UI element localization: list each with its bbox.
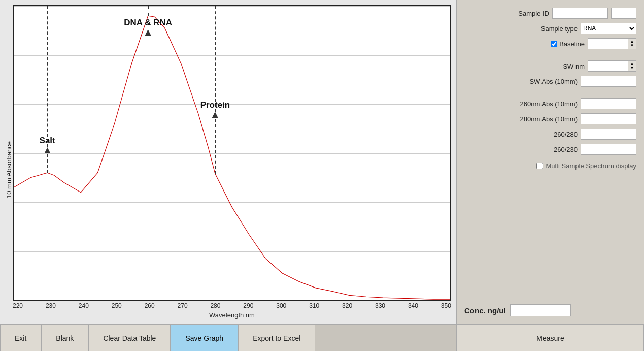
x-ticks: 2202302402502602702802903003103203303403…: [13, 301, 451, 309]
blank-button[interactable]: Blank: [41, 325, 88, 351]
ratio-260-280-label: 260/280: [554, 131, 578, 138]
right-panel: Sample ID Sample type RNADNAProteinOther…: [456, 0, 644, 324]
multi-sample-checkbox[interactable]: [536, 163, 543, 169]
sw-nm-spinner[interactable]: ▲ ▼: [628, 60, 636, 72]
baseline-value-input[interactable]: [588, 38, 628, 49]
measure-button[interactable]: Measure: [457, 325, 644, 351]
sample-id-extra-input[interactable]: [611, 8, 636, 19]
ratio-260-230-label: 260/230: [554, 146, 578, 153]
sample-id-input[interactable]: [552, 8, 608, 19]
chart-area: 10 mm Absorbance 6.005.004.003.002.001.0…: [0, 0, 456, 324]
sw-abs-label: SW Abs (10mm): [529, 78, 578, 85]
x-axis-label: Wavelength nm: [13, 309, 451, 319]
sample-id-label: Sample ID: [518, 10, 549, 17]
baseline-spinner[interactable]: ▲ ▼: [628, 38, 636, 49]
ratio-260-230-input[interactable]: [581, 144, 636, 155]
abs-280-input[interactable]: [581, 113, 636, 124]
exit-button[interactable]: Exit: [0, 325, 41, 351]
sw-abs-input[interactable]: [581, 76, 636, 87]
export-button[interactable]: Export to Excel: [238, 325, 315, 351]
toolbar-right: Measure: [456, 325, 644, 351]
toolbar-left: Exit Blank Clear Data Table Save Graph E…: [0, 325, 456, 351]
ratio-260-280-input[interactable]: [581, 129, 636, 140]
multi-sample-label: Multi Sample Spectrum display: [546, 162, 636, 170]
toolbar: Exit Blank Clear Data Table Save Graph E…: [0, 324, 644, 351]
sample-type-select[interactable]: RNADNAProteinOther: [581, 23, 636, 34]
clear-data-button[interactable]: Clear Data Table: [88, 325, 171, 351]
sample-type-label: Sample type: [541, 25, 578, 33]
conc-label: Conc. ng/ul: [464, 306, 506, 315]
chart-box: 6.005.004.003.002.001.000.00SaltDNA & RN…: [13, 5, 451, 301]
y-axis-label: 10 mm Absorbance: [5, 5, 13, 319]
sw-nm-input[interactable]: [588, 60, 628, 72]
save-graph-button[interactable]: Save Graph: [171, 325, 238, 351]
baseline-checkbox[interactable]: [551, 41, 557, 47]
conc-input[interactable]: [510, 304, 571, 316]
abs-260-label: 260nm Abs (10mm): [520, 100, 578, 108]
abs-260-input[interactable]: [581, 98, 636, 109]
abs-280-label: 280nm Abs (10mm): [520, 115, 578, 123]
baseline-label: Baseline: [559, 40, 585, 48]
sw-nm-label: SW nm: [563, 62, 585, 70]
